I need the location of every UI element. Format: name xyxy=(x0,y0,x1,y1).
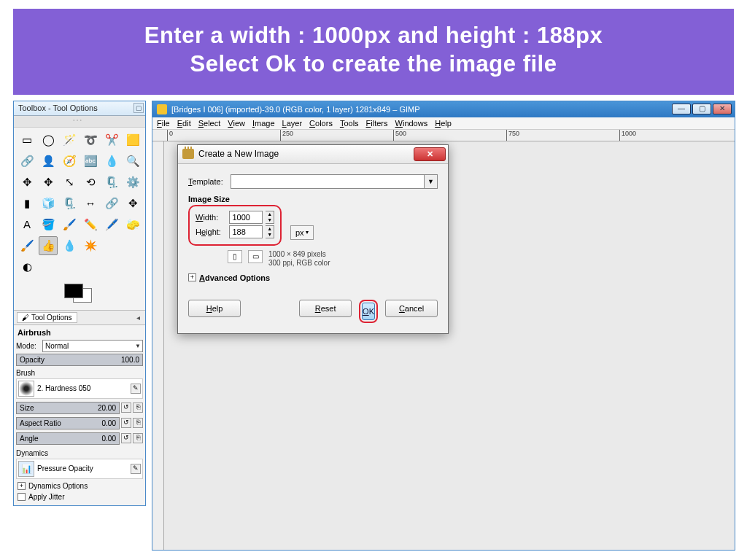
tool-23[interactable]: ✥ xyxy=(123,194,142,213)
tool-11[interactable]: 🔍 xyxy=(123,152,142,171)
template-combo[interactable]: ▼ xyxy=(231,174,438,189)
dynamics-label: Dynamics xyxy=(16,449,143,457)
window-maximize-button[interactable]: ▢ xyxy=(692,104,711,114)
tab-menu-arrow-icon[interactable]: ◂ xyxy=(134,314,142,322)
color-swatches[interactable] xyxy=(14,279,145,310)
fg-color-swatch[interactable] xyxy=(64,284,83,298)
tool-options-tab[interactable]: 🖌Tool Options xyxy=(17,312,77,323)
tool-2[interactable]: 🪄 xyxy=(60,131,79,149)
tool-15[interactable]: ⟲ xyxy=(81,173,100,192)
menu-filters[interactable]: Filters xyxy=(366,119,388,128)
tool-9[interactable]: 🔤 xyxy=(81,152,100,171)
size-reset-icon[interactable]: ↺ xyxy=(121,402,131,413)
toolbox-grip[interactable] xyxy=(14,116,145,128)
tool-12[interactable]: ✥ xyxy=(18,173,36,192)
menu-layer[interactable]: Layer xyxy=(282,119,303,128)
tool-25[interactable]: 🪣 xyxy=(39,215,58,234)
ruler-tick: 250 xyxy=(280,130,293,141)
tool-21[interactable]: ↔ xyxy=(81,194,100,213)
tool-28[interactable]: 🖊️ xyxy=(102,215,121,234)
gimp-titlebar[interactable]: [Bridges I 006] (imported)-39.0 (RGB col… xyxy=(152,101,735,117)
dynamics-selector[interactable]: 📊 Pressure Opacity ✎ xyxy=(16,459,143,479)
menu-windows[interactable]: Windows xyxy=(395,119,428,128)
toolbox-titlebar[interactable]: Toolbox - Tool Options ▢ xyxy=(14,101,145,116)
height-input[interactable] xyxy=(229,225,263,238)
size-link-icon[interactable]: ⎘ xyxy=(133,402,143,413)
ok-button[interactable]: OK xyxy=(362,303,375,320)
window-minimize-button[interactable]: — xyxy=(672,104,691,114)
tool-36[interactable]: ◐ xyxy=(18,257,36,276)
menu-edit[interactable]: Edit xyxy=(177,119,191,128)
brush-edit-icon[interactable]: ✎ xyxy=(131,384,141,394)
tool-16[interactable]: 🗜️ xyxy=(102,173,121,192)
aspect-slider[interactable]: Aspect Ratio0.00 xyxy=(16,417,120,429)
cancel-button[interactable]: Cancel xyxy=(385,300,438,317)
tool-31[interactable]: 👍 xyxy=(39,236,58,255)
dialog-close-button[interactable]: ✕ xyxy=(414,147,446,161)
width-spinner[interactable]: ▲▼ xyxy=(266,211,274,224)
tool-18[interactable]: ▮ xyxy=(18,194,36,213)
tool-24[interactable]: A xyxy=(18,215,36,234)
mode-combo[interactable]: Normal▼ xyxy=(42,340,143,352)
tool-32[interactable]: 💧 xyxy=(60,236,79,255)
tool-30[interactable]: 🖌️ xyxy=(18,236,36,255)
landscape-icon[interactable]: ▭ xyxy=(248,250,263,263)
menu-select[interactable]: Select xyxy=(198,119,221,128)
reset-button[interactable]: Reset xyxy=(299,300,352,317)
tool-17[interactable]: ⚙️ xyxy=(123,173,142,192)
tool-14[interactable]: ⤡ xyxy=(60,173,79,192)
tool-22[interactable]: 🔗 xyxy=(102,194,121,213)
window-close-button[interactable]: ✕ xyxy=(713,104,732,114)
angle-reset-icon[interactable]: ↺ xyxy=(121,433,131,443)
toolbox-window: Toolbox - Tool Options ▢ ▭◯🪄➰✂️🟨🔗👤🧭🔤💧🔍✥✥… xyxy=(13,101,146,506)
aspect-reset-icon[interactable]: ↺ xyxy=(121,418,131,428)
tool-29[interactable]: 🧽 xyxy=(123,215,142,234)
brush-selector[interactable]: 2. Hardness 050 ✎ xyxy=(16,378,143,399)
menu-file[interactable]: File xyxy=(157,119,170,128)
tool-4[interactable]: ✂️ xyxy=(102,131,121,149)
menu-image[interactable]: Image xyxy=(252,119,275,128)
help-button[interactable]: Help xyxy=(188,300,241,317)
tool-5[interactable]: 🟨 xyxy=(123,131,142,149)
angle-slider[interactable]: Angle0.00 xyxy=(16,432,120,445)
tool-35[interactable] xyxy=(123,236,142,255)
portrait-icon[interactable]: ▯ xyxy=(228,250,242,263)
tool-6[interactable]: 🔗 xyxy=(18,152,36,171)
tool-27[interactable]: ✏️ xyxy=(81,215,100,234)
menu-help[interactable]: Help xyxy=(435,119,452,128)
tool-10[interactable]: 💧 xyxy=(102,152,121,171)
advanced-options-expander[interactable]: +Advanced Options xyxy=(188,273,438,282)
tool-7[interactable]: 👤 xyxy=(39,152,58,171)
dynamics-options-expander[interactable]: +Dynamics Options xyxy=(16,481,143,491)
tool-33[interactable]: ✴️ xyxy=(81,236,100,255)
aspect-link-icon[interactable]: ⎘ xyxy=(133,418,143,428)
opacity-slider[interactable]: Opacity100.0 xyxy=(16,354,143,366)
unit-selector[interactable]: px▾ xyxy=(290,225,314,240)
toolbox-min-button[interactable]: ▢ xyxy=(133,103,144,113)
tool-0[interactable]: ▭ xyxy=(18,131,36,149)
size-slider[interactable]: Size20.00 xyxy=(16,402,120,414)
horizontal-ruler[interactable]: 02505007501000 xyxy=(152,130,735,141)
tool-20[interactable]: 🗜️ xyxy=(60,194,79,213)
tool-3[interactable]: ➰ xyxy=(81,131,100,149)
apply-jitter-checkbox[interactable]: Apply Jitter xyxy=(16,491,143,502)
tool-19[interactable]: 🧊 xyxy=(39,194,58,213)
brush-thumb-icon xyxy=(18,381,34,397)
width-input[interactable] xyxy=(229,211,263,224)
tool-13[interactable]: ✥ xyxy=(39,173,58,192)
tool-37[interactable] xyxy=(39,257,58,276)
tool-34[interactable] xyxy=(102,236,121,255)
tool-38[interactable] xyxy=(60,257,79,276)
tool-1[interactable]: ◯ xyxy=(39,131,58,149)
canvas[interactable]: Create a New Image ✕ Template: ▼ Image S… xyxy=(164,141,735,550)
menu-tools[interactable]: Tools xyxy=(340,119,359,128)
dynamics-edit-icon[interactable]: ✎ xyxy=(131,464,141,474)
menu-view[interactable]: View xyxy=(228,119,245,128)
vertical-ruler[interactable] xyxy=(152,141,164,550)
height-spinner[interactable]: ▲▼ xyxy=(266,225,274,238)
tool-8[interactable]: 🧭 xyxy=(60,152,79,171)
dialog-titlebar[interactable]: Create a New Image ✕ xyxy=(178,145,448,164)
tool-26[interactable]: 🖌️ xyxy=(60,215,79,234)
angle-link-icon[interactable]: ⎘ xyxy=(133,433,143,443)
menu-colors[interactable]: Colors xyxy=(309,119,333,128)
